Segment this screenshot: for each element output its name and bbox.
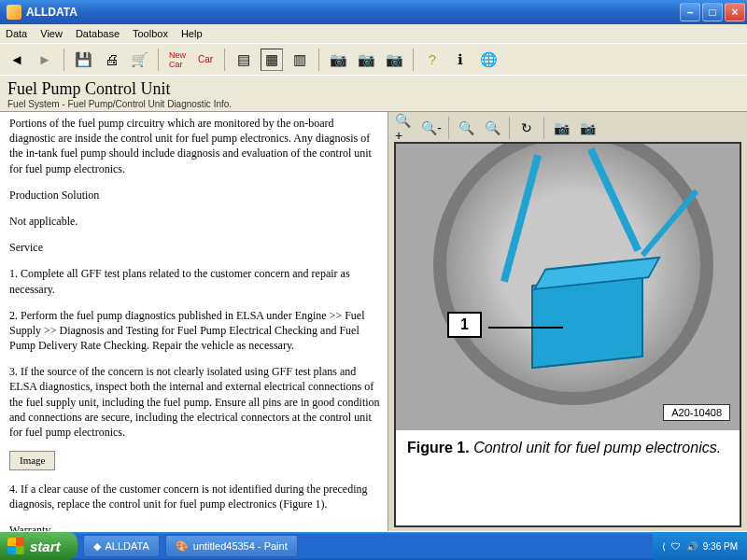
figure-container: 1 A20-10408 Figure 1. Control unit for f… bbox=[394, 142, 741, 527]
windows-logo-icon bbox=[7, 538, 24, 554]
figure-reference: A20-10408 bbox=[663, 404, 730, 421]
diagram-image: 1 A20-10408 bbox=[396, 144, 740, 430]
camera2-button[interactable]: 📷 bbox=[355, 49, 377, 71]
info-button[interactable]: ℹ bbox=[449, 49, 472, 71]
minimize-button[interactable]: – bbox=[680, 3, 700, 21]
tray-icon[interactable]: ⟨ bbox=[662, 541, 666, 552]
maximize-button[interactable]: □ bbox=[702, 3, 723, 21]
start-button[interactable]: start bbox=[0, 532, 78, 560]
car-button[interactable]: Car bbox=[194, 49, 217, 71]
menu-bar: Data View Database Toolbox Help bbox=[0, 24, 747, 43]
main-toolbar: ◄ ► 💾 🖨 🛒 NewCar Car ▤ ▦ ▥ 📷 📷 📷 ? ℹ 🌐 bbox=[0, 43, 747, 75]
paint-icon: 🎨 bbox=[176, 540, 189, 553]
callout-label: 1 bbox=[447, 312, 482, 338]
taskbar: start ◆ ALLDATA 🎨 untitled45354 - Paint … bbox=[0, 532, 747, 560]
tray-shield-icon[interactable]: 🛡 bbox=[671, 541, 681, 552]
step-4: 4. If a clear cause of the customer conc… bbox=[9, 482, 380, 511]
menu-database[interactable]: Database bbox=[76, 28, 120, 39]
menu-view[interactable]: View bbox=[40, 28, 63, 39]
figure-caption: Figure 1. Control unit for fuel pump ele… bbox=[396, 430, 740, 466]
window-titlebar: ALLDATA – □ × bbox=[0, 0, 747, 24]
close-button[interactable]: × bbox=[725, 3, 745, 21]
order-button[interactable]: 🛒 bbox=[128, 49, 150, 71]
layout-left-button[interactable]: ▤ bbox=[233, 49, 255, 71]
taskbar-item-alldata[interactable]: ◆ ALLDATA bbox=[83, 535, 160, 557]
content-area: Portions of the fuel pump circuitry whic… bbox=[0, 111, 747, 531]
page-title: Fuel Pump Control Unit bbox=[7, 79, 740, 99]
globe-button[interactable]: 🌐 bbox=[477, 49, 500, 71]
image-button[interactable]: Image bbox=[9, 451, 55, 470]
document-header: Fuel Pump Control Unit Fuel System - Fue… bbox=[0, 75, 747, 111]
system-tray[interactable]: ⟨ 🛡 🔊 9:36 PM bbox=[653, 532, 747, 560]
menu-data[interactable]: Data bbox=[6, 28, 27, 39]
rotate-button[interactable]: ↻ bbox=[515, 118, 538, 138]
forward-button[interactable]: ► bbox=[34, 49, 56, 71]
text-pane[interactable]: Portions of the fuel pump circuitry whic… bbox=[0, 112, 388, 531]
image-pane: 🔍+ 🔍- 🔍 🔍 ↻ 📷 📷 1 A20-10408 Figure 1. bbox=[388, 112, 747, 531]
taskbar-item-paint[interactable]: 🎨 untitled45354 - Paint bbox=[165, 535, 298, 557]
layout-split-button[interactable]: ▦ bbox=[261, 49, 283, 71]
zoom-area-button[interactable]: 🔍 bbox=[455, 118, 477, 138]
camera1-button[interactable]: 📷 bbox=[327, 49, 349, 71]
caption-text: Control unit for fuel pump electronics. bbox=[473, 440, 721, 455]
zoom-in-button[interactable]: 🔍+ bbox=[394, 118, 416, 138]
layout-right-button[interactable]: ▥ bbox=[289, 49, 311, 71]
production-text: Not applicable. bbox=[9, 214, 380, 229]
heading-service: Service bbox=[9, 240, 380, 255]
heading-warranty: Warranty bbox=[9, 523, 380, 531]
window-title: ALLDATA bbox=[26, 6, 680, 19]
image-toolbar: 🔍+ 🔍- 🔍 🔍 ↻ 📷 📷 bbox=[394, 116, 741, 140]
caption-bold: Figure 1. bbox=[407, 440, 470, 455]
camera3-button[interactable]: 📷 bbox=[383, 49, 405, 71]
back-button[interactable]: ◄ bbox=[6, 49, 28, 71]
app-icon bbox=[7, 5, 21, 20]
app-small-icon: ◆ bbox=[93, 540, 101, 553]
menu-help[interactable]: Help bbox=[181, 28, 203, 39]
help-button[interactable]: ? bbox=[421, 49, 444, 71]
save-button[interactable]: 💾 bbox=[72, 49, 94, 71]
step-1: 1. Complete all GFF test plans related t… bbox=[9, 266, 380, 296]
zoom-out-button[interactable]: 🔍- bbox=[420, 118, 443, 138]
breadcrumb: Fuel System - Fuel Pump/Control Unit Dia… bbox=[7, 99, 740, 109]
step-2: 2. Perform the fuel pump diagnostics pub… bbox=[9, 308, 380, 354]
print-button[interactable]: 🖨 bbox=[100, 49, 122, 71]
tray-vol-icon[interactable]: 🔊 bbox=[686, 541, 698, 552]
menu-toolbox[interactable]: Toolbox bbox=[133, 28, 168, 39]
step-3: 3. If the source of the concern is not c… bbox=[9, 364, 380, 440]
clock[interactable]: 9:36 PM bbox=[703, 541, 738, 552]
heading-production: Production Solution bbox=[9, 188, 380, 203]
intro-text: Portions of the fuel pump circuitry whic… bbox=[9, 116, 380, 176]
fit-button[interactable]: 🔍 bbox=[481, 118, 503, 138]
img-cam1-button[interactable]: 📷 bbox=[550, 118, 572, 138]
newcar-button[interactable]: NewCar bbox=[166, 49, 189, 71]
img-cam2-button[interactable]: 📷 bbox=[576, 118, 599, 138]
